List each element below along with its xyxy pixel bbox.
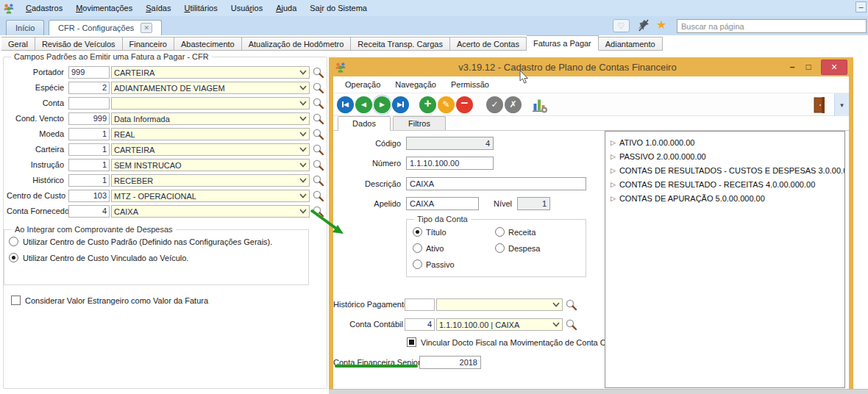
chevron-down-icon[interactable] [299, 193, 307, 198]
field-code-input[interactable]: 103 [68, 190, 110, 202]
lookup-magnifier-icon[interactable] [312, 97, 324, 110]
field-combo-select[interactable]: REAL [111, 128, 310, 140]
conta-contabil-combo-select[interactable]: 1.1.10.100.00 | CAIXA [436, 318, 563, 331]
chevron-down-icon[interactable] [552, 302, 560, 307]
apelido-input[interactable]: CAIXA [406, 197, 479, 210]
chevron-down-icon[interactable] [299, 85, 307, 90]
historico-combo-select[interactable] [436, 298, 563, 311]
chart-report-icon[interactable] [530, 96, 549, 114]
chevron-down-icon[interactable] [299, 209, 307, 214]
field-combo-select[interactable]: CARTEIRA [111, 143, 310, 156]
field-combo-select[interactable]: MTZ - OPERACIONAL [111, 190, 310, 202]
lookup-magnifier-icon[interactable] [565, 318, 577, 331]
field-code-input[interactable]: 999 [68, 66, 110, 79]
radio-button[interactable] [413, 259, 422, 269]
lookup-magnifier-icon[interactable] [312, 205, 324, 218]
checkbox[interactable] [11, 296, 21, 305]
radio-button[interactable] [413, 243, 422, 253]
radio-option[interactable]: Ativo [413, 243, 495, 253]
radio-option[interactable]: Utilizar Centro de Custo Vinculado ao Ve… [9, 253, 308, 262]
config-subtab[interactable]: Adiantamento [599, 37, 663, 51]
lookup-magnifier-icon[interactable] [312, 82, 324, 94]
tree-item[interactable]: ▷ CONTAS DE APURAÇÃO 5.0.00.000.00 [608, 191, 842, 205]
config-subtab[interactable]: Receita Transp. Cargas [351, 37, 450, 51]
favorites-star-icon[interactable]: ★ [656, 18, 666, 32]
radio-option[interactable]: Receita [495, 227, 586, 237]
config-subtab[interactable]: Acerto de Contas [450, 37, 527, 51]
field-combo-select[interactable]: CARTEIRA [111, 66, 310, 79]
next-record-button[interactable]: ▶ [374, 96, 391, 113]
vincular-docto-checkbox-row[interactable]: Vincular Docto Fiscal na Movimentação de… [407, 337, 632, 347]
lookup-magnifier-icon[interactable] [312, 190, 324, 202]
lookup-magnifier-icon[interactable] [312, 159, 324, 171]
dialog-titlebar[interactable]: v3.19.12 - Cadastro de Plano de Contas F… [333, 57, 849, 76]
tab-dados[interactable]: Dados [338, 116, 391, 131]
field-combo-select[interactable] [111, 97, 310, 110]
tree-item[interactable]: ▷ CONTAS DE RESULTADO - RECEITAS 4.0.00.… [608, 177, 842, 191]
toolbar-dropdown-icon[interactable]: ▾ [834, 93, 849, 116]
menu-item[interactable]: Sair do Sistema [303, 2, 374, 14]
conta-contabil-code-input[interactable]: 4 [405, 318, 435, 331]
menu-item[interactable]: Usuários [224, 2, 269, 14]
config-subtab[interactable]: Atualização de Hodômetro [242, 37, 352, 51]
lookup-magnifier-icon[interactable] [312, 128, 324, 140]
delete-record-button[interactable]: − [456, 96, 473, 113]
conta-financeira-senior-input[interactable]: 2018 [419, 356, 481, 369]
config-subtab[interactable]: Faturas a Pagar [527, 35, 599, 51]
tab-close-icon[interactable]: ✕ [140, 23, 152, 33]
menu-item[interactable]: Cadastros [19, 2, 69, 14]
chevron-down-icon[interactable] [299, 132, 307, 137]
menu-item[interactable]: Utilitários [177, 2, 224, 14]
dialog-close-button[interactable]: × [821, 60, 847, 75]
dialog-menu-item[interactable]: Operação [338, 80, 388, 89]
dialog-minimize-button[interactable]: – [784, 62, 800, 72]
tree-item[interactable]: ▷ PASSIVO 2.0.00.000.00 [608, 149, 842, 163]
tree-item[interactable]: ▷ ATIVO 1.0.00.000.00 [608, 135, 842, 149]
chevron-down-icon[interactable] [299, 178, 307, 183]
previous-record-button[interactable]: ◀ [355, 96, 372, 113]
chevron-down-icon[interactable] [299, 70, 307, 75]
field-combo-select[interactable]: RECEBER [111, 174, 310, 187]
field-combo-select[interactable]: CAIXA [111, 205, 310, 218]
foreign-value-checkbox-row[interactable]: Considerar Valor Estrangeiro como Valor … [11, 296, 208, 305]
confirm-button[interactable]: ✓ [486, 96, 503, 113]
dialog-menu-item[interactable]: Navegação [388, 80, 444, 89]
config-subtab[interactable]: Revisão de Veículos [35, 37, 123, 51]
tree-expander-icon[interactable]: ▷ [611, 139, 616, 146]
lookup-magnifier-icon[interactable] [312, 112, 324, 125]
lookup-magnifier-icon[interactable] [565, 298, 577, 311]
exit-door-icon[interactable] [814, 97, 825, 113]
radio-button[interactable] [495, 227, 505, 237]
chevron-down-icon[interactable] [299, 116, 307, 121]
tree-expander-icon[interactable]: ▷ [611, 195, 616, 202]
pin-disabled-icon[interactable] [637, 18, 650, 33]
field-combo-select[interactable]: ADIANTAMENTO DE VIAGEM [111, 82, 310, 94]
field-code-input[interactable]: 2 [68, 82, 110, 94]
field-code-input[interactable]: 1 [68, 143, 110, 156]
tab-cfr-configuracoes[interactable]: CFR - Configurações ✕ [49, 20, 162, 35]
descricao-input[interactable]: CAIXA [406, 177, 586, 190]
chevron-down-icon[interactable] [299, 147, 307, 152]
checkbox[interactable] [407, 337, 416, 347]
radio-option[interactable]: Título [413, 227, 495, 237]
search-input[interactable] [677, 19, 867, 33]
menu-item[interactable]: Movimentações [69, 2, 139, 14]
dialog-menu-item[interactable]: Permissão [444, 80, 497, 89]
field-code-input[interactable] [68, 97, 110, 110]
lookup-magnifier-icon[interactable] [312, 174, 324, 187]
field-code-input[interactable]: 1 [68, 159, 110, 171]
edit-record-button[interactable]: ✎ [438, 96, 455, 113]
chevron-down-icon[interactable] [299, 101, 307, 106]
config-subtab[interactable]: Geral [1, 37, 35, 51]
field-code-input[interactable]: 1 [68, 174, 110, 187]
tree-expander-icon[interactable]: ▷ [611, 167, 616, 174]
menu-item[interactable]: Ajuda [269, 2, 303, 14]
first-record-button[interactable]: ◀ [337, 96, 354, 113]
cancel-button[interactable]: ✗ [505, 96, 522, 113]
tree-expander-icon[interactable]: ▷ [611, 181, 616, 188]
config-subtab[interactable]: Abastecimento [174, 37, 242, 51]
radio-button[interactable] [9, 237, 18, 246]
last-record-button[interactable]: ▶ [392, 96, 409, 113]
field-combo-select[interactable]: Data Informada [111, 112, 310, 125]
radio-option[interactable]: Despesa [495, 243, 586, 253]
